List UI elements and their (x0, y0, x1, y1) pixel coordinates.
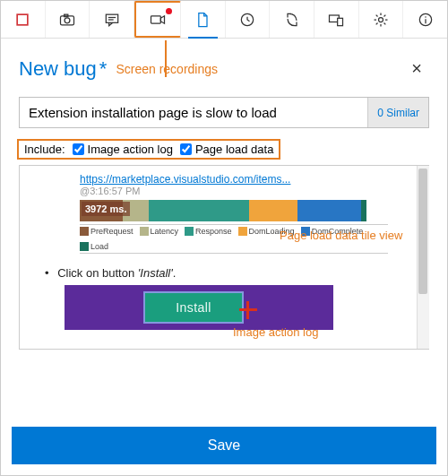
recording-indicator-dot (166, 8, 172, 14)
legend-prerequest: PreRequest (80, 227, 134, 236)
comment-icon (103, 11, 121, 29)
required-indicator: * (99, 57, 108, 81)
include-label: Include: (24, 143, 65, 156)
total-ms-label: 3972 ms. (82, 202, 130, 216)
info-button[interactable] (403, 1, 447, 38)
history-button[interactable] (226, 1, 271, 38)
svg-point-13 (425, 16, 426, 18)
seg-domcomplete (297, 200, 360, 221)
tile-view-annotation: Page load data tile view (280, 229, 402, 242)
annotation-connector (165, 40, 167, 77)
timestamp: @3:16:57 PM (80, 186, 426, 196)
screenshot-button[interactable] (46, 1, 90, 38)
bullet-icon: • (45, 266, 49, 280)
page-title: New bug (19, 57, 97, 81)
screen-recording-button[interactable] (134, 1, 181, 38)
header-row: New bug * Screen recordings × (1, 39, 447, 90)
seg-response (149, 200, 249, 221)
svg-rect-7 (151, 15, 161, 22)
scrollbar[interactable] (417, 166, 429, 349)
include-page-load-data[interactable]: Page load data (180, 143, 273, 156)
click-crosshair-icon (239, 301, 257, 319)
page-url-link[interactable]: https://marketplace.visualstudio.com/ite… (80, 173, 426, 186)
devices-button[interactable] (314, 1, 359, 38)
scrollbar-thumb[interactable] (418, 169, 427, 294)
record-icon (13, 11, 31, 29)
close-button[interactable]: × (404, 55, 429, 82)
image-action-log-annotation: Image action log (233, 325, 318, 339)
svg-point-2 (65, 17, 70, 22)
gear-icon (372, 11, 390, 29)
step-text: Click on button (57, 266, 134, 280)
screen-recordings-annotation: Screen recordings (116, 62, 218, 76)
sync-button[interactable] (270, 1, 314, 38)
svg-rect-4 (106, 14, 117, 22)
page-load-data-label: Page load data (195, 143, 273, 156)
document-icon (194, 11, 211, 29)
video-icon (149, 11, 167, 29)
image-action-log-label: Image action log (88, 143, 173, 156)
stop-record-button[interactable] (1, 1, 46, 38)
bug-title-input[interactable] (20, 98, 367, 127)
toolbar (1, 1, 447, 39)
legend-load: Load (80, 242, 108, 251)
legend-latency: Latency (140, 227, 179, 236)
page-load-data-checkbox[interactable] (180, 143, 192, 155)
install-button-capture: Install (145, 293, 242, 322)
sync-icon (283, 11, 301, 29)
seg-domloading (249, 200, 297, 221)
action-screenshot: Install (65, 285, 333, 330)
similar-button[interactable]: 0 Similar (367, 98, 428, 127)
svg-point-11 (378, 17, 383, 22)
image-action-log-checkbox[interactable] (73, 143, 84, 155)
content-panel: https://marketplace.visualstudio.com/ite… (19, 165, 429, 350)
settings-button[interactable] (359, 1, 404, 38)
note-button[interactable] (90, 1, 134, 38)
history-icon (238, 11, 256, 29)
info-icon (417, 11, 435, 29)
step-target: 'Install' (138, 266, 173, 280)
legend-response: Response (185, 227, 232, 236)
devices-icon (327, 11, 345, 29)
page-load-tile-bar: 3972 ms. (80, 200, 366, 221)
save-button[interactable]: Save (12, 427, 436, 464)
camera-icon (58, 11, 76, 29)
svg-rect-0 (18, 14, 29, 25)
include-options: Include: Image action log Page load data (17, 139, 280, 160)
seg-load (361, 200, 366, 221)
new-bug-tab[interactable] (181, 1, 226, 38)
action-step: • Click on button 'Install'. (45, 266, 426, 280)
svg-rect-10 (338, 18, 343, 25)
include-image-action-log[interactable]: Image action log (73, 143, 173, 156)
title-row: 0 Similar (19, 97, 429, 128)
